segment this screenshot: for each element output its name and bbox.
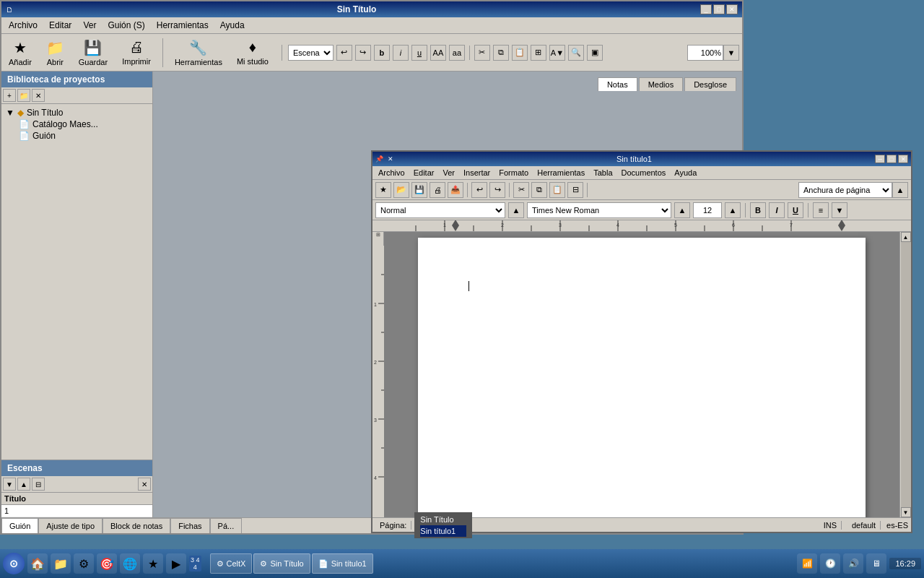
doc-redo-btn[interactable]: ↪ — [489, 182, 505, 198]
minimize-button[interactable]: _ — [700, 4, 712, 14]
underline-button[interactable]: u — [411, 45, 427, 61]
doc-minimize-btn[interactable]: ─ — [875, 155, 885, 163]
tb2-btn2[interactable]: A▼ — [549, 45, 565, 61]
doc-menu-formato[interactable]: Formato — [494, 167, 533, 178]
delete-button[interactable]: ✕ — [32, 89, 45, 102]
tab-pa[interactable]: Pá... — [210, 518, 243, 533]
page-dropdown-container[interactable]: Sin Título Sin título1 — [414, 512, 472, 538]
doc-scrollbar[interactable]: ▲ ▼ — [899, 232, 911, 517]
print-button[interactable]: 🖨 Imprimir — [118, 38, 155, 67]
align-btn[interactable]: ≡ — [813, 202, 829, 218]
undo-button[interactable]: ↩ — [336, 45, 352, 61]
taskbar-clock-icon[interactable]: 🕐 — [820, 553, 840, 574]
studio-button[interactable]: ♦ Mi studio — [232, 38, 273, 67]
doc-menu-tabla[interactable]: Tabla — [589, 167, 616, 178]
taskbar-icon-folder[interactable]: 📁 — [51, 553, 71, 574]
menu-ayuda[interactable]: Ayuda — [216, 19, 249, 32]
tree-catalog[interactable]: 📄 Catálogo Maes... — [4, 118, 149, 130]
page-selector[interactable]: Sin Título Sin título1 — [414, 512, 472, 538]
tb2-btn1[interactable]: ⊞ — [531, 45, 546, 61]
scroll-up-btn[interactable]: ▲ — [901, 232, 911, 242]
doc-undo-btn[interactable]: ↩ — [471, 182, 487, 198]
search-button[interactable]: 🔍 — [568, 45, 584, 61]
main-tab-desglose[interactable]: Desglose — [684, 77, 736, 91]
font-select[interactable]: Times New Roman — [527, 202, 671, 218]
taskbar-app-sin-titulo1[interactable]: 📄 Sin título1 — [312, 553, 373, 574]
italic-button[interactable]: i — [393, 45, 409, 61]
menu-herramientas[interactable]: Herramientas — [152, 19, 213, 32]
folder-button[interactable]: 📁 — [17, 89, 30, 102]
doc-copy-btn[interactable]: ⧉ — [531, 182, 547, 198]
doc-paste-btn[interactable]: 📋 — [549, 182, 565, 198]
taskbar-icon-globe[interactable]: 🌐 — [120, 553, 140, 574]
paragraph-style-select[interactable]: Normal — [375, 202, 505, 218]
tab-guion[interactable]: Guión — [1, 518, 38, 533]
underline-btn[interactable]: U — [788, 202, 803, 218]
doc-print-btn[interactable]: 🖨 — [430, 182, 445, 198]
copy-button[interactable]: ⧉ — [493, 45, 509, 61]
doc-menu-ver[interactable]: Ver — [438, 167, 459, 178]
taskbar-app-sin-titulo[interactable]: ⚙ Sin Título — [253, 553, 310, 574]
scene-collapse-btn[interactable]: ▼ — [3, 478, 16, 491]
doc-menu-herramientas[interactable]: Herramientas — [533, 167, 589, 178]
more-btn[interactable]: ▼ — [832, 202, 847, 218]
taskbar-icon-target[interactable]: 🎯 — [97, 553, 117, 574]
bold-btn[interactable]: B — [750, 202, 766, 218]
doc-menu-ayuda[interactable]: Ayuda — [670, 167, 701, 178]
add-button[interactable]: ★ Añadir — [4, 38, 36, 68]
maximize-button[interactable]: □ — [713, 4, 725, 14]
doc-menu-insertar[interactable]: Insertar — [459, 167, 494, 178]
start-button[interactable]: ⊙ — [3, 553, 25, 574]
main-tab-notas[interactable]: Notas — [598, 77, 637, 91]
tab-block[interactable]: Block de notas — [103, 518, 170, 533]
scene-row-1[interactable]: 1 — [1, 505, 152, 517]
page-option-sin-titulo[interactable]: Sin Título — [420, 514, 466, 525]
tab-ajuste[interactable]: Ajuste de tipo — [38, 518, 103, 533]
font-larger-button[interactable]: AA — [430, 45, 446, 61]
doc-menu-editar[interactable]: Editar — [409, 167, 439, 178]
tools-button[interactable]: 🔧 Herramientas — [170, 38, 227, 68]
menu-editar[interactable]: Editar — [45, 19, 76, 32]
taskbar-app-celtx[interactable]: ⚙ CeltX — [210, 553, 253, 574]
font-select-btn[interactable]: ▲ — [674, 202, 690, 218]
document-page[interactable] — [418, 238, 866, 517]
page-area[interactable] — [384, 232, 899, 517]
taskbar-icon-settings[interactable]: ⚙ — [74, 553, 94, 574]
redo-button[interactable]: ↪ — [355, 45, 371, 61]
page-width-select[interactable]: Anchura de página — [798, 182, 892, 198]
italic-btn[interactable]: I — [769, 202, 785, 218]
menu-archivo[interactable]: Archivo — [4, 19, 42, 32]
bold-button[interactable]: b — [374, 45, 390, 61]
doc-export-btn[interactable]: 📤 — [448, 182, 463, 198]
doc-save-btn[interactable]: 💾 — [411, 182, 427, 198]
taskbar-volume-icon[interactable]: 🔊 — [843, 553, 863, 574]
new-item-button[interactable]: + — [3, 89, 16, 102]
taskbar-icon-arrow[interactable]: ▶ — [166, 553, 186, 574]
tab-fichas[interactable]: Fichas — [170, 518, 209, 533]
zoom-input[interactable] — [687, 45, 723, 61]
scroll-track[interactable] — [901, 242, 911, 507]
scene-delete-btn[interactable]: ✕ — [138, 478, 151, 491]
taskbar-icon-home[interactable]: 🏠 — [27, 553, 48, 574]
scene-up-btn[interactable]: ▲ — [17, 478, 30, 491]
zoom-btn[interactable]: ▼ — [723, 45, 739, 61]
tree-root[interactable]: ▼ ◆ Sin Título — [4, 107, 149, 118]
doc-open-btn[interactable]: 📂 — [393, 182, 409, 198]
page-option-sin-titulo1[interactable]: Sin título1 — [420, 525, 466, 537]
doc-menu-documentos[interactable]: Documentos — [617, 167, 671, 178]
taskbar-icon-star[interactable]: ★ — [143, 553, 163, 574]
taskbar-monitor-icon[interactable]: 🖥 — [866, 553, 886, 574]
font-size-btn[interactable]: ▲ — [725, 202, 741, 218]
doc-paste2-btn[interactable]: ⊟ — [567, 182, 583, 198]
doc-cut-btn[interactable]: ✂ — [513, 182, 529, 198]
scene-select[interactable]: Escena — [288, 45, 334, 61]
paragraph-style-btn[interactable]: ▲ — [508, 202, 524, 218]
cut-button[interactable]: ✂ — [474, 45, 490, 61]
doc-close-btn[interactable]: ✕ — [898, 155, 908, 163]
taskbar-network-icon[interactable]: 📶 — [797, 553, 817, 574]
doc-restore-btn[interactable]: □ — [886, 155, 897, 163]
paste-button[interactable]: 📋 — [512, 45, 528, 61]
font-smaller-button[interactable]: aa — [449, 45, 465, 61]
scroll-down-btn[interactable]: ▼ — [901, 507, 911, 517]
close-button[interactable]: ✕ — [726, 4, 738, 14]
